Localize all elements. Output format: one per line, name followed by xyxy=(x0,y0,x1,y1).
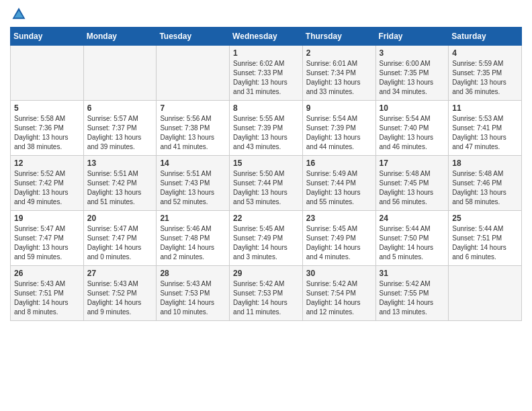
day-cell-30: 30Sunrise: 5:42 AM Sunset: 7:54 PM Dayli… xyxy=(302,266,375,321)
day-info: Sunrise: 5:42 AM Sunset: 7:54 PM Dayligh… xyxy=(306,279,373,317)
day-number: 24 xyxy=(380,214,446,223)
day-cell-20: 20Sunrise: 5:47 AM Sunset: 7:47 PM Dayli… xyxy=(83,211,157,266)
day-info: Sunrise: 5:42 AM Sunset: 7:53 PM Dayligh… xyxy=(233,279,300,317)
week-row-4: 26Sunrise: 5:43 AM Sunset: 7:51 PM Dayli… xyxy=(11,266,522,321)
day-number: 5 xyxy=(14,103,81,113)
page-header xyxy=(10,7,522,21)
day-info: Sunrise: 5:44 AM Sunset: 7:50 PM Dayligh… xyxy=(380,224,446,262)
day-info: Sunrise: 5:44 AM Sunset: 7:51 PM Dayligh… xyxy=(452,224,519,262)
day-info: Sunrise: 6:01 AM Sunset: 7:34 PM Dayligh… xyxy=(306,59,373,97)
calendar-table: SundayMondayTuesdayWednesdayThursdayFrid… xyxy=(10,27,522,321)
day-cell-8: 8Sunrise: 5:55 AM Sunset: 7:39 PM Daylig… xyxy=(230,101,303,156)
day-number: 10 xyxy=(380,103,446,113)
day-cell-23: 23Sunrise: 5:45 AM Sunset: 7:49 PM Dayli… xyxy=(302,211,375,266)
empty-cell xyxy=(449,266,522,321)
day-cell-28: 28Sunrise: 5:43 AM Sunset: 7:53 PM Dayli… xyxy=(157,266,230,321)
day-info: Sunrise: 5:51 AM Sunset: 7:43 PM Dayligh… xyxy=(160,169,226,207)
day-number: 21 xyxy=(160,214,226,223)
day-number: 13 xyxy=(87,158,154,168)
day-header-tuesday: Tuesday xyxy=(157,28,230,46)
day-cell-26: 26Sunrise: 5:43 AM Sunset: 7:51 PM Dayli… xyxy=(11,266,84,321)
day-cell-3: 3Sunrise: 6:00 AM Sunset: 7:35 PM Daylig… xyxy=(375,46,449,101)
day-info: Sunrise: 5:47 AM Sunset: 7:47 PM Dayligh… xyxy=(87,224,154,262)
day-number: 7 xyxy=(160,103,226,113)
day-cell-19: 19Sunrise: 5:47 AM Sunset: 7:47 PM Dayli… xyxy=(11,211,84,266)
day-header-thursday: Thursday xyxy=(302,28,375,46)
calendar-header: SundayMondayTuesdayWednesdayThursdayFrid… xyxy=(11,28,522,46)
day-info: Sunrise: 5:43 AM Sunset: 7:52 PM Dayligh… xyxy=(87,279,154,317)
day-number: 12 xyxy=(14,158,81,168)
day-cell-9: 9Sunrise: 5:54 AM Sunset: 7:39 PM Daylig… xyxy=(302,101,375,156)
day-number: 8 xyxy=(233,103,300,113)
day-cell-5: 5Sunrise: 5:58 AM Sunset: 7:36 PM Daylig… xyxy=(11,101,84,156)
day-header-wednesday: Wednesday xyxy=(230,28,303,46)
day-cell-25: 25Sunrise: 5:44 AM Sunset: 7:51 PM Dayli… xyxy=(449,211,522,266)
week-row-2: 12Sunrise: 5:52 AM Sunset: 7:42 PM Dayli… xyxy=(11,156,522,211)
calendar-body: 1Sunrise: 6:02 AM Sunset: 7:33 PM Daylig… xyxy=(11,46,522,321)
day-cell-6: 6Sunrise: 5:57 AM Sunset: 7:37 PM Daylig… xyxy=(83,101,157,156)
day-number: 28 xyxy=(160,269,226,278)
logo xyxy=(10,7,26,21)
day-header-saturday: Saturday xyxy=(449,28,522,46)
empty-cell xyxy=(11,46,84,101)
logo-icon xyxy=(11,7,26,21)
day-number: 29 xyxy=(233,269,300,278)
day-info: Sunrise: 6:02 AM Sunset: 7:33 PM Dayligh… xyxy=(233,59,300,97)
day-info: Sunrise: 5:59 AM Sunset: 7:35 PM Dayligh… xyxy=(452,59,519,97)
day-info: Sunrise: 5:43 AM Sunset: 7:53 PM Dayligh… xyxy=(160,279,226,317)
empty-cell xyxy=(157,46,230,101)
day-info: Sunrise: 5:54 AM Sunset: 7:39 PM Dayligh… xyxy=(306,114,373,152)
day-cell-16: 16Sunrise: 5:49 AM Sunset: 7:44 PM Dayli… xyxy=(302,156,375,211)
week-row-1: 5Sunrise: 5:58 AM Sunset: 7:36 PM Daylig… xyxy=(11,101,522,156)
day-number: 15 xyxy=(233,158,300,168)
day-info: Sunrise: 5:48 AM Sunset: 7:46 PM Dayligh… xyxy=(452,169,519,207)
day-cell-12: 12Sunrise: 5:52 AM Sunset: 7:42 PM Dayli… xyxy=(11,156,84,211)
day-info: Sunrise: 5:56 AM Sunset: 7:38 PM Dayligh… xyxy=(160,114,226,152)
day-number: 2 xyxy=(306,48,373,58)
day-info: Sunrise: 5:48 AM Sunset: 7:45 PM Dayligh… xyxy=(380,169,446,207)
day-info: Sunrise: 5:45 AM Sunset: 7:49 PM Dayligh… xyxy=(233,224,300,262)
day-cell-14: 14Sunrise: 5:51 AM Sunset: 7:43 PM Dayli… xyxy=(157,156,230,211)
day-number: 31 xyxy=(380,269,446,278)
day-number: 17 xyxy=(380,158,446,168)
day-number: 18 xyxy=(452,158,519,168)
day-cell-22: 22Sunrise: 5:45 AM Sunset: 7:49 PM Dayli… xyxy=(230,211,303,266)
day-cell-29: 29Sunrise: 5:42 AM Sunset: 7:53 PM Dayli… xyxy=(230,266,303,321)
day-number: 4 xyxy=(452,48,519,58)
day-number: 6 xyxy=(87,103,154,113)
day-number: 23 xyxy=(306,214,373,223)
day-cell-18: 18Sunrise: 5:48 AM Sunset: 7:46 PM Dayli… xyxy=(449,156,522,211)
day-info: Sunrise: 5:55 AM Sunset: 7:39 PM Dayligh… xyxy=(233,114,300,152)
day-cell-15: 15Sunrise: 5:50 AM Sunset: 7:44 PM Dayli… xyxy=(230,156,303,211)
day-info: Sunrise: 5:47 AM Sunset: 7:47 PM Dayligh… xyxy=(14,224,81,262)
empty-cell xyxy=(83,46,157,101)
day-number: 16 xyxy=(306,158,373,168)
day-cell-1: 1Sunrise: 6:02 AM Sunset: 7:33 PM Daylig… xyxy=(230,46,303,101)
day-header-sunday: Sunday xyxy=(11,28,84,46)
week-row-0: 1Sunrise: 6:02 AM Sunset: 7:33 PM Daylig… xyxy=(11,46,522,101)
day-cell-24: 24Sunrise: 5:44 AM Sunset: 7:50 PM Dayli… xyxy=(375,211,449,266)
day-info: Sunrise: 5:45 AM Sunset: 7:49 PM Dayligh… xyxy=(306,224,373,262)
day-cell-31: 31Sunrise: 5:42 AM Sunset: 7:55 PM Dayli… xyxy=(375,266,449,321)
day-cell-21: 21Sunrise: 5:46 AM Sunset: 7:48 PM Dayli… xyxy=(157,211,230,266)
day-info: Sunrise: 5:46 AM Sunset: 7:48 PM Dayligh… xyxy=(160,224,226,262)
day-cell-27: 27Sunrise: 5:43 AM Sunset: 7:52 PM Dayli… xyxy=(83,266,157,321)
day-cell-11: 11Sunrise: 5:53 AM Sunset: 7:41 PM Dayli… xyxy=(449,101,522,156)
week-row-3: 19Sunrise: 5:47 AM Sunset: 7:47 PM Dayli… xyxy=(11,211,522,266)
day-cell-7: 7Sunrise: 5:56 AM Sunset: 7:38 PM Daylig… xyxy=(157,101,230,156)
day-info: Sunrise: 5:43 AM Sunset: 7:51 PM Dayligh… xyxy=(14,279,81,317)
day-info: Sunrise: 5:52 AM Sunset: 7:42 PM Dayligh… xyxy=(14,169,81,207)
day-info: Sunrise: 5:53 AM Sunset: 7:41 PM Dayligh… xyxy=(452,114,519,152)
day-header-friday: Friday xyxy=(375,28,449,46)
day-number: 11 xyxy=(452,103,519,113)
day-number: 19 xyxy=(14,214,81,223)
day-info: Sunrise: 5:51 AM Sunset: 7:42 PM Dayligh… xyxy=(87,169,154,207)
day-header-monday: Monday xyxy=(83,28,157,46)
day-cell-10: 10Sunrise: 5:54 AM Sunset: 7:40 PM Dayli… xyxy=(375,101,449,156)
day-info: Sunrise: 5:57 AM Sunset: 7:37 PM Dayligh… xyxy=(87,114,154,152)
days-of-week-row: SundayMondayTuesdayWednesdayThursdayFrid… xyxy=(11,28,522,46)
day-cell-2: 2Sunrise: 6:01 AM Sunset: 7:34 PM Daylig… xyxy=(302,46,375,101)
day-number: 26 xyxy=(14,269,81,278)
day-cell-17: 17Sunrise: 5:48 AM Sunset: 7:45 PM Dayli… xyxy=(375,156,449,211)
day-info: Sunrise: 5:58 AM Sunset: 7:36 PM Dayligh… xyxy=(14,114,81,152)
